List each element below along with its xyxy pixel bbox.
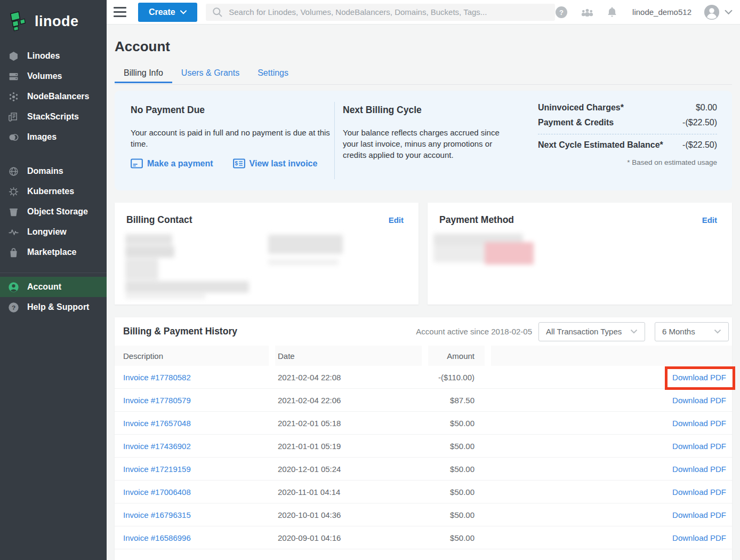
chevron-down-icon <box>630 329 638 334</box>
sidebar-item-stackscripts[interactable]: StackScripts <box>0 107 107 127</box>
tab-billing-info[interactable]: Billing Info <box>115 65 172 83</box>
hamburger-menu-button[interactable] <box>114 7 126 17</box>
account-person-icon <box>8 282 19 293</box>
billing-contact-edit-link[interactable]: Edit <box>389 215 404 225</box>
download-pdf-link[interactable]: Download PDF <box>672 533 726 542</box>
sidebar-item-longview[interactable]: Longview <box>0 222 107 242</box>
linode-hexagon-icon <box>8 51 19 62</box>
nodebalancer-icon <box>8 91 19 102</box>
invoice-date: 2020-12-01 05:24 <box>275 465 422 474</box>
billing-summary-card: No Payment Due Your account is paid in f… <box>115 91 732 190</box>
balance-label: Uninvoiced Charges* <box>538 103 624 113</box>
invoice-link[interactable]: Invoice #17006408 <box>123 487 191 497</box>
invoice-amount: $50.00 <box>422 533 485 542</box>
bell-icon <box>607 6 617 18</box>
help-button[interactable]: ? <box>555 6 568 19</box>
table-row: Invoice #16586996 2020-09-01 04:16 $50.0… <box>115 526 732 549</box>
column-description: Description <box>115 346 269 366</box>
sidebar-item-label: Marketplace <box>27 247 77 257</box>
table-row: Invoice #17780582 2021-02-04 22:08 -($11… <box>115 366 732 389</box>
sidebar-item-account[interactable]: Account <box>0 277 107 297</box>
invoice-link[interactable]: Invoice #16586996 <box>123 533 191 542</box>
sidebar-item-images[interactable]: Images <box>0 127 107 147</box>
sidebar-item-label: Images <box>27 132 57 142</box>
table-header: Description Date Amount <box>115 346 732 366</box>
sidebar-item-label: StackScripts <box>27 112 79 122</box>
billing-history-header: Billing & Payment History Account active… <box>115 317 732 346</box>
download-pdf-link[interactable]: Download PDF <box>672 419 726 428</box>
uninvoiced-charges-row: Uninvoiced Charges* $0.00 <box>538 103 717 113</box>
download-pdf-link[interactable]: Download PDF <box>672 442 726 451</box>
sidebar-item-help-support[interactable]: ? Help & Support <box>0 297 107 317</box>
make-payment-label: Make a payment <box>147 159 213 169</box>
invoice-date: 2020-11-01 04:14 <box>275 487 422 497</box>
chevron-down-icon <box>725 10 733 15</box>
invoice-link[interactable]: Invoice #16796315 <box>123 510 191 519</box>
invoice-date: 2021-01-01 05:19 <box>275 442 422 451</box>
pulse-icon <box>8 227 19 238</box>
redacted-contact-info <box>268 235 349 266</box>
user-menu-button[interactable] <box>704 4 733 20</box>
sidebar-item-label: Longview <box>27 227 67 237</box>
stackscripts-icon <box>8 111 19 123</box>
sidebar-item-volumes[interactable]: Volumes <box>0 66 107 86</box>
view-last-invoice-link[interactable]: $ View last invoice <box>233 158 318 169</box>
create-button[interactable]: Create <box>138 3 198 22</box>
table-row: Invoice #17436902 2021-01-01 05:19 $50.0… <box>115 435 732 458</box>
sidebar-item-marketplace[interactable]: Marketplace <box>0 242 107 262</box>
download-pdf-link[interactable]: Download PDF <box>672 487 726 497</box>
invoice-date: 2021-02-04 22:06 <box>275 396 422 405</box>
invoice-link[interactable]: Invoice #17436902 <box>123 442 191 451</box>
payment-method-edit-link[interactable]: Edit <box>702 215 717 225</box>
question-circle-icon: ? <box>8 302 19 313</box>
invoice-link[interactable]: Invoice #17780579 <box>123 396 191 405</box>
tab-settings[interactable]: Settings <box>248 65 297 83</box>
svg-text:$: $ <box>235 161 238 166</box>
chevron-down-icon <box>714 329 721 334</box>
download-pdf-link[interactable]: Download PDF <box>672 465 726 474</box>
billing-history-panel: Billing & Payment History Account active… <box>115 317 732 560</box>
invoice-link[interactable]: Invoice #17780582 <box>123 373 191 382</box>
help-circle-icon: ? <box>555 6 568 19</box>
linode-logo[interactable]: linode <box>0 0 107 35</box>
no-payment-due-section: No Payment Due Your account is paid in f… <box>131 105 330 169</box>
payment-method-title: Payment Method <box>439 214 514 226</box>
sidebar: linode Linodes Volumes NodeBalancers Sta… <box>0 0 107 560</box>
download-pdf-link[interactable]: Download PDF <box>672 373 726 382</box>
helm-wheel-icon <box>8 186 19 197</box>
sidebar-item-kubernetes[interactable]: Kubernetes <box>0 181 107 202</box>
notifications-button[interactable] <box>607 6 617 18</box>
invoice-link[interactable]: Invoice #17219159 <box>123 465 191 474</box>
invoice-link[interactable]: Invoice #17657048 <box>123 419 191 428</box>
topbar: Create ? linode_demo512 <box>107 0 740 25</box>
invoice-date: 2021-02-01 05:18 <box>275 419 422 428</box>
next-billing-cycle-body: Your balance reflects charges accrued si… <box>343 127 509 161</box>
balance-value: -($22.50) <box>682 140 717 150</box>
invoice-amount: $50.00 <box>422 442 485 451</box>
no-payment-due-body: Your account is paid in full and no paym… <box>131 127 330 149</box>
table-row: Invoice #17780579 2021-02-04 22:06 $87.5… <box>115 389 732 412</box>
transaction-type-select[interactable]: All Transaction Types <box>538 322 645 341</box>
sidebar-item-object-storage[interactable]: Object Storage <box>0 202 107 222</box>
sidebar-item-label: Object Storage <box>27 207 88 217</box>
community-button[interactable] <box>580 7 594 18</box>
balance-value: -($22.50) <box>682 118 717 127</box>
table-row: Invoice #17006408 2020-11-01 04:14 $50.0… <box>115 481 732 503</box>
make-payment-link[interactable]: Make a payment <box>131 158 213 169</box>
sidebar-divider <box>0 273 107 273</box>
sidebar-item-linodes[interactable]: Linodes <box>0 46 107 66</box>
billing-contact-card: Billing Contact Edit <box>115 203 419 305</box>
period-select[interactable]: 6 Months <box>655 322 729 341</box>
search-input[interactable] <box>229 7 549 17</box>
download-pdf-link[interactable]: Download PDF <box>672 510 726 519</box>
balance-label: Payment & Credits <box>538 118 614 127</box>
linode-cubes-icon <box>9 11 28 32</box>
sidebar-item-nodebalancers[interactable]: NodeBalancers <box>0 86 107 107</box>
global-search <box>206 4 555 21</box>
sidebar-item-label: NodeBalancers <box>27 92 90 101</box>
tab-users-grants[interactable]: Users & Grants <box>172 65 248 83</box>
avatar <box>704 4 720 20</box>
download-pdf-link[interactable]: Download PDF <box>672 396 726 405</box>
bucket-icon <box>8 206 19 218</box>
sidebar-item-domains[interactable]: Domains <box>0 161 107 181</box>
